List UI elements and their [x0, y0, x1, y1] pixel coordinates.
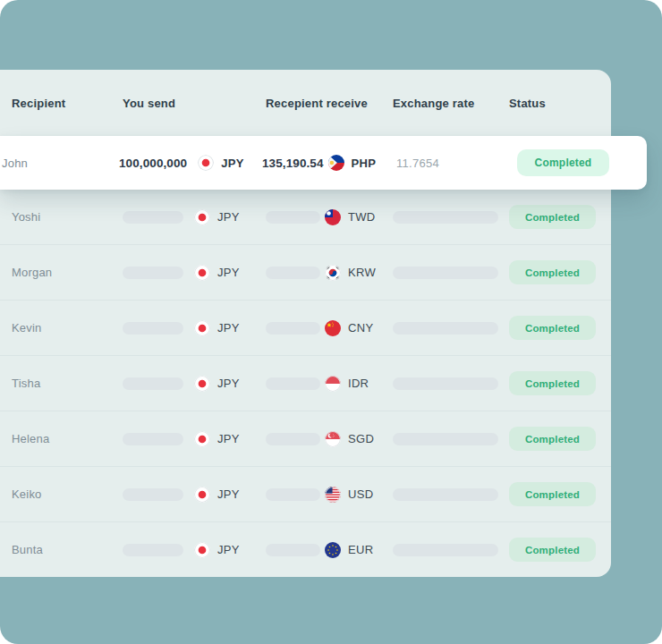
exchange-rate-cell: [393, 433, 509, 445]
recipient-cell: Keiko: [12, 487, 123, 501]
japan-flag-icon: [198, 155, 214, 171]
south-korea-flag-icon: [325, 265, 341, 281]
recepient-receive-cell: CNY: [266, 320, 393, 336]
status-badge: Completed: [509, 260, 596, 284]
receive-currency-code: SGD: [348, 432, 374, 445]
receive-amount-skeleton: [266, 488, 320, 501]
recipient-cell: Morgan: [12, 266, 123, 279]
table-row[interactable]: Morgan JPY KRW Completed: [0, 244, 611, 300]
recepient-receive-cell: EUR: [266, 542, 393, 558]
column-header-status: Status: [509, 97, 611, 110]
column-header-you-send: You send: [123, 97, 266, 110]
philippines-flag-icon: [328, 155, 344, 171]
send-amount: 100,000,000: [119, 157, 187, 170]
japan-flag-icon: [194, 376, 210, 392]
table-row[interactable]: Keiko JPY USD Completed: [0, 466, 611, 521]
japan-flag-icon: [194, 320, 210, 336]
send-currency-code: JPY: [217, 266, 240, 279]
send-currency-code: JPY: [217, 432, 240, 445]
you-send-cell: 100,000,000 JPY: [123, 155, 266, 171]
you-send-cell: JPY: [123, 320, 266, 336]
exchange-rate-cell: [393, 322, 509, 335]
send-amount-skeleton: [123, 377, 183, 390]
receive-currency-code: EUR: [348, 543, 373, 556]
you-send-cell: JPY: [123, 542, 266, 558]
japan-flag-icon: [194, 265, 210, 281]
table-row[interactable]: Tisha JPY IDR Completed: [0, 355, 611, 411]
recipient-cell: Bunta: [12, 543, 123, 556]
japan-flag-icon: [194, 542, 210, 558]
send-amount-skeleton: [123, 322, 183, 335]
recipient-name: Kevin: [12, 321, 42, 335]
send-currency-code: JPY: [217, 321, 240, 335]
status-badge: Completed: [517, 149, 609, 176]
japan-flag-icon: [194, 487, 210, 503]
recipient-cell: John: [2, 157, 123, 170]
table-row[interactable]: Bunta JPY EUR Completed: [0, 521, 611, 577]
recipient-name: Tisha: [12, 377, 40, 390]
receive-amount-skeleton: [266, 267, 320, 279]
receive-currency-code: CNY: [348, 321, 373, 335]
transfers-card: Recipient You send Recepient receive Exc…: [0, 70, 611, 577]
send-currency-code: JPY: [217, 487, 240, 501]
table-row[interactable]: Helena JPY SGD Completed: [0, 411, 611, 466]
status-badge: Completed: [509, 316, 596, 340]
receive-currency-code: PHP: [352, 157, 377, 170]
status-badge: Completed: [509, 482, 596, 506]
recipient-cell: Tisha: [12, 377, 123, 390]
recepient-receive-cell: 135,190.54 PHP: [266, 155, 393, 171]
receive-amount-skeleton: [266, 322, 320, 335]
send-currency-code: JPY: [221, 157, 243, 170]
recipient-cell: Helena: [12, 432, 123, 445]
status-cell: Completed: [509, 149, 647, 176]
you-send-cell: JPY: [123, 431, 266, 447]
japan-flag-icon: [194, 209, 210, 225]
recipient-cell: Kevin: [12, 321, 123, 335]
column-header-exchange-rate: Exchange rate: [393, 97, 509, 110]
exchange-rate-cell: [393, 377, 509, 390]
send-amount-skeleton: [123, 544, 183, 556]
recepient-receive-cell: USD: [266, 487, 393, 503]
recepient-receive-cell: KRW: [266, 265, 393, 281]
eu-flag-icon: [325, 542, 341, 558]
exchange-rate-skeleton: [393, 377, 498, 390]
receive-currency-code: IDR: [348, 377, 369, 390]
exchange-rate-skeleton: [393, 267, 498, 279]
usa-flag-icon: [325, 487, 341, 503]
recipient-name: Helena: [12, 432, 49, 445]
column-header-recipient: Recipient: [12, 97, 123, 110]
receive-amount: 135,190.54: [262, 157, 324, 170]
exchange-rate-cell: [393, 544, 509, 556]
send-currency-code: JPY: [217, 543, 240, 556]
table-row[interactable]: Yoshi JPY TWD Completed: [0, 190, 611, 244]
exchange-rate-skeleton: [393, 211, 498, 224]
send-amount-skeleton: [123, 488, 183, 501]
status-cell: Completed: [509, 316, 611, 340]
send-currency-code: JPY: [217, 377, 240, 390]
recipient-name: Morgan: [12, 266, 52, 279]
status-badge: Completed: [509, 538, 596, 562]
you-send-cell: JPY: [123, 376, 266, 392]
exchange-rate-cell: [393, 211, 509, 224]
receive-currency-code: TWD: [348, 210, 376, 224]
exchange-rate-cell: [393, 488, 509, 501]
receive-currency-code: USD: [348, 487, 373, 501]
table-row[interactable]: Kevin JPY CNY Completed: [0, 300, 611, 355]
singapore-flag-icon: [325, 431, 341, 447]
column-header-recepient-receive: Recepient receive: [266, 97, 393, 110]
receive-amount-skeleton: [266, 433, 320, 445]
status-cell: Completed: [509, 260, 611, 284]
you-send-cell: JPY: [123, 209, 266, 225]
recepient-receive-cell: SGD: [266, 431, 393, 447]
table-row[interactable]: John 100,000,000 JPY 135,190.54 PHP 11.7…: [0, 136, 647, 190]
exchange-rate-cell: 11.7654: [393, 157, 509, 170]
recipient-cell: Yoshi: [12, 210, 123, 224]
japan-flag-icon: [194, 431, 210, 447]
exchange-rate-value: 11.7654: [393, 157, 439, 170]
app-background: Recipient You send Recepient receive Exc…: [0, 0, 662, 644]
exchange-rate-skeleton: [393, 488, 498, 501]
status-cell: Completed: [509, 205, 611, 229]
exchange-rate-skeleton: [393, 322, 498, 335]
status-badge: Completed: [509, 371, 596, 395]
status-badge: Completed: [509, 205, 596, 229]
